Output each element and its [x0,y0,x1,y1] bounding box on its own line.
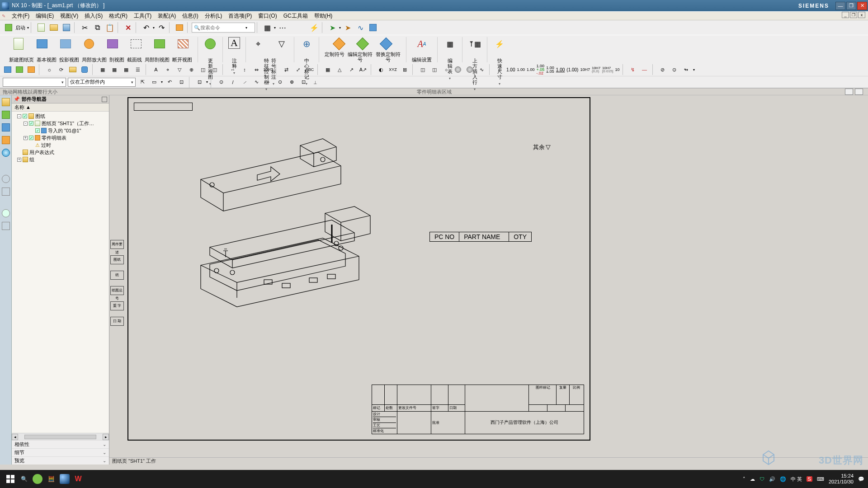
tree-row-drawings[interactable]: -✓图纸 [13,113,108,120]
t3-ico-34[interactable]: ∿ [476,65,486,75]
new-sheet-icon[interactable] [12,37,25,51]
restore-button[interactable]: ❐ [846,2,856,10]
res-role-icon[interactable] [2,188,10,196]
delete-icon[interactable]: ✕ [122,22,134,33]
command-search-input[interactable] [200,25,245,30]
taskbar-wps-icon[interactable]: W [71,472,85,486]
arrow1-drop[interactable]: ▾ [339,26,341,30]
drawing-sheet[interactable]: 其余 [127,97,590,441]
snap-8[interactable]: ⊡ [298,77,308,87]
edit-settings-label[interactable]: 编辑设置 [412,57,432,62]
break-view-icon[interactable] [176,37,190,51]
center-mark-icon[interactable]: ⊕ [300,37,313,51]
t3-ico-38[interactable]: ⊘ [658,65,668,75]
menu-edit[interactable]: 编辑(E) [36,12,54,20]
t3-ico-16[interactable]: ◫ [198,65,208,75]
view-mode-2[interactable] [855,89,863,95]
projected-view-icon[interactable] [59,37,72,51]
selection-combo-1[interactable]: ▾ [3,78,66,87]
mdi-min[interactable]: _ [842,12,849,18]
tray-notif-icon[interactable]: 💬 [858,476,864,482]
navtab-deps[interactable]: 相依性⌄ [12,440,109,448]
tray-ime[interactable]: 中 英 [791,476,802,483]
navigator-col-header[interactable]: 名称 ▲ [12,103,109,112]
command-search[interactable]: 🔍 ▾ [192,23,255,33]
edit-table-label[interactable]: 编辑表 [448,58,452,62]
t3-ico-35[interactable]: ⟟ [495,65,505,75]
t3-ico-21[interactable]: ⇄ [281,65,291,75]
edit-custom-label[interactable]: 编辑定制符号 [347,52,373,62]
copy-icon[interactable]: ⧉ [91,22,103,33]
t3-ico-29[interactable]: ◫ [418,65,428,75]
base-view-icon[interactable] [35,37,49,51]
custom-sym-icon[interactable] [332,37,346,51]
quick-dim-label[interactable]: 快速尺寸 [497,58,502,62]
t3-ico-36[interactable]: ↯ [628,65,638,75]
section-line-icon[interactable] [129,37,143,51]
taskbar-search-icon[interactable]: 🔍 [17,472,31,486]
menu-format[interactable]: 格式(R) [109,12,127,20]
start-label[interactable]: 启动 [15,24,25,31]
break-view-label[interactable]: 断开视图 [172,57,192,62]
sel-ico-2[interactable]: ▭ [149,77,159,87]
tree-row-sheet[interactable]: -✓图纸页 "SHT1"（工作… [13,120,108,127]
undo-icon[interactable]: ↶ [140,22,152,33]
snap-2[interactable]: / [228,77,238,87]
misc-icon[interactable]: ⋯ [277,22,288,33]
new-sheet-label[interactable]: 新建图纸页 [9,57,34,62]
mdi-max[interactable]: ❐ [850,12,857,18]
navigator-menu-icon[interactable] [102,97,107,102]
taskbar-nx-icon[interactable] [58,472,71,486]
tree-row-partslist[interactable]: +✓零件明细表 [13,134,108,141]
t3-num-3[interactable]: 1.00 [527,68,535,71]
system-tray[interactable]: ˄ ☁ 🛡 🔊 🌐 中 英 S ⌨ 15:24 2021/10/30 💬 [743,473,864,485]
t3-ico-33[interactable] [465,65,475,75]
sel-ico-3[interactable]: ↶ [165,77,175,87]
proj-view-label[interactable]: 投影视图 [59,57,79,62]
t3-ico-17[interactable]: ◫ [210,65,220,75]
t3-ico-27[interactable]: ◐ [376,65,386,75]
local-section-label[interactable]: 局部剖视图 [145,57,170,62]
new-icon[interactable] [35,22,47,33]
detail-view-label[interactable]: 局部放大图 [82,57,107,62]
wave-icon[interactable]: ∿ [354,22,366,33]
snap-1[interactable]: ⊙ [216,77,226,87]
open-icon[interactable] [48,22,60,33]
tray-vol-icon[interactable]: 🔊 [769,476,775,482]
menu-assembly[interactable]: 装配(A) [158,12,176,20]
start-menu-icon[interactable] [4,472,17,486]
menu-info[interactable]: 信息(I) [182,12,198,20]
menu-file[interactable]: 文件(F) [12,12,29,20]
layers-icon[interactable] [174,22,185,33]
grid-toggle-icon[interactable]: ▦ [261,22,273,33]
sel-ico-1[interactable]: ⇱ [137,77,147,87]
section-view-icon[interactable] [106,37,119,51]
t3-txt-ABC[interactable]: ABC [305,65,315,75]
edit-table-icon[interactable]: ▦ [443,37,457,51]
res-time-icon[interactable] [2,209,10,217]
grid-drop[interactable]: ▾ [274,26,276,30]
menu-view[interactable]: 视图(V) [60,12,78,20]
t3-ico-39[interactable]: ⊙ [670,65,679,75]
t3-num-11[interactable]: 10 [615,67,620,72]
t3-ico-37[interactable]: — [640,65,650,75]
t3-num-9[interactable]: 10H7(0,0) [592,66,600,73]
update-view-label[interactable]: 更新视图 [208,58,212,62]
navigator-push-icon[interactable]: 📌 [14,96,20,102]
edit-custom-icon[interactable] [356,37,369,51]
t3-num-6[interactable]: 1.00 [556,67,565,72]
res-hist-icon[interactable] [2,175,10,183]
t3-txt-10H7[interactable]: 10H7 [263,65,273,75]
edit-settings-icon[interactable]: AA [415,37,429,51]
taskbar-360-icon[interactable] [31,472,44,486]
section-line-label[interactable]: 截面线 [127,57,142,62]
parts-list-table[interactable]: PC NO PART NAME OTY [429,232,532,242]
snap-7[interactable]: ⊕ [287,77,297,87]
menu-preferences[interactable]: 首选项(P) [228,12,252,20]
drawing-canvas[interactable]: 周件要述 图纸 纸 纸图总号 重 字 日 期 其余 [109,95,868,465]
t3-ico-25[interactable]: ↗ [346,65,356,75]
t3-ico-18[interactable]: ↔ [228,65,238,75]
view-mode-1[interactable] [845,89,853,95]
menu-gctoolbox[interactable]: GC工具箱 [283,12,308,20]
menu-tools[interactable]: 工具(T) [134,12,151,20]
